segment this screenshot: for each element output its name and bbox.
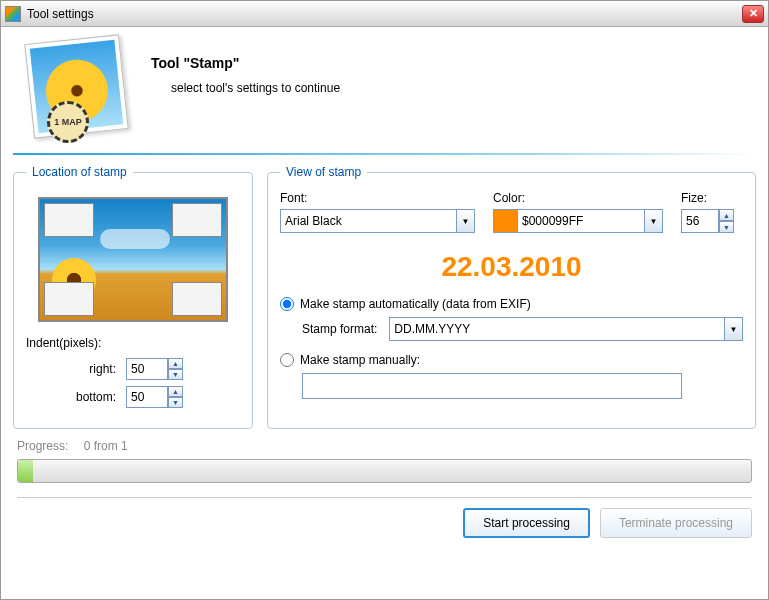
chevron-down-icon: ▼ (645, 209, 663, 233)
location-preview (38, 197, 228, 322)
size-input[interactable] (681, 209, 719, 233)
header-title: Tool "Stamp" (151, 55, 340, 71)
color-label: Color: (493, 191, 663, 205)
font-label: Font: (280, 191, 475, 205)
font-combo[interactable]: Arial Black ▼ (280, 209, 475, 233)
indent-right-label: right: (26, 362, 116, 376)
mode-manual-label: Make stamp manually: (300, 353, 420, 367)
color-value: $000099FF (522, 214, 583, 228)
position-top-left[interactable] (44, 203, 94, 237)
position-bottom-right[interactable] (172, 282, 222, 316)
chevron-down-icon: ▼ (457, 209, 475, 233)
color-combo[interactable]: $000099FF ▼ (493, 209, 663, 233)
mode-manual-radio[interactable] (280, 353, 294, 367)
header-subtitle: select tool's settings to continue (151, 81, 340, 95)
stamp-preview: 22.03.2010 (280, 251, 743, 283)
view-legend: View of stamp (280, 165, 367, 179)
indent-bottom-input[interactable] (126, 386, 168, 408)
progress-fill (18, 460, 33, 482)
size-label: Fize: (681, 191, 743, 205)
view-panel: View of stamp Font: Arial Black ▼ Color:… (267, 165, 756, 429)
font-value: Arial Black (280, 209, 457, 233)
indent-bottom-label: bottom: (26, 390, 116, 404)
chevron-down-icon: ▼ (725, 317, 743, 341)
header: 1 MAP Tool "Stamp" select tool's setting… (1, 27, 768, 153)
mode-auto-label: Make stamp automatically (data from EXIF… (300, 297, 531, 311)
stamp-graphic: 1 MAP (47, 101, 89, 143)
terminate-button: Terminate processing (600, 508, 752, 538)
position-bottom-left[interactable] (44, 282, 94, 316)
progress-status: 0 from 1 (84, 439, 128, 453)
size-up[interactable]: ▲ (719, 209, 734, 221)
position-top-right[interactable] (172, 203, 222, 237)
indent-bottom-down[interactable]: ▼ (168, 397, 183, 408)
app-icon (5, 6, 21, 22)
progress-label: Progress: (17, 439, 68, 453)
format-label: Stamp format: (302, 322, 377, 336)
indent-bottom-up[interactable]: ▲ (168, 386, 183, 397)
mode-auto-radio[interactable] (280, 297, 294, 311)
indent-right-input[interactable] (126, 358, 168, 380)
button-separator (17, 497, 752, 498)
indent-label: Indent(pixels): (26, 336, 240, 350)
indent-right-down[interactable]: ▼ (168, 369, 183, 380)
close-icon: ✕ (749, 7, 758, 20)
progress-text: Progress: 0 from 1 (17, 439, 752, 453)
titlebar: Tool settings ✕ (1, 1, 768, 27)
format-value: DD.MM.YYYY (389, 317, 725, 341)
location-legend: Location of stamp (26, 165, 133, 179)
close-button[interactable]: ✕ (742, 5, 764, 23)
progress-bar (17, 459, 752, 483)
size-down[interactable]: ▼ (719, 221, 734, 233)
header-separator (13, 153, 756, 155)
window-title: Tool settings (27, 7, 742, 21)
header-illustration: 1 MAP (21, 37, 131, 147)
location-panel: Location of stamp Indent(pixels): right:… (13, 165, 253, 429)
color-swatch (494, 210, 518, 232)
indent-right-up[interactable]: ▲ (168, 358, 183, 369)
manual-input[interactable] (302, 373, 682, 399)
start-button[interactable]: Start processing (463, 508, 590, 538)
format-combo[interactable]: DD.MM.YYYY ▼ (389, 317, 743, 341)
